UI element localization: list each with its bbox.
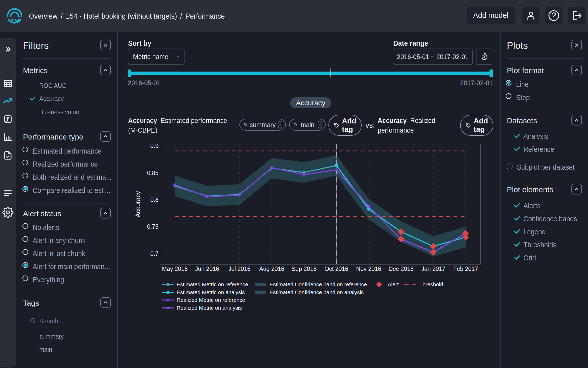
svg-text:Dec 2016: Dec 2016	[388, 266, 413, 272]
svg-text:Sep 2016: Sep 2016	[291, 266, 316, 272]
svg-text:Estimated Confidence band on a: Estimated Confidence band on analysis	[270, 289, 364, 295]
svg-text:Alert: Alert	[388, 281, 399, 287]
svg-text:Estimated Confidence band on r: Estimated Confidence band on reference	[270, 281, 367, 287]
svg-text:0.9: 0.9	[150, 143, 158, 149]
svg-text:0.7: 0.7	[150, 250, 158, 257]
svg-text:Realized Metric on analysis: Realized Metric on analysis	[177, 305, 242, 311]
svg-text:0.8: 0.8	[150, 197, 158, 203]
svg-text:Jan 2017: Jan 2017	[421, 266, 446, 272]
svg-text:Jun 2016: Jun 2016	[195, 266, 219, 272]
svg-text:Aug 2016: Aug 2016	[259, 266, 284, 272]
svg-text:Estimated Metric on analysis: Estimated Metric on analysis	[177, 289, 245, 295]
svg-text:Threshold: Threshold	[419, 281, 443, 287]
svg-text:May 2016: May 2016	[162, 266, 188, 272]
svg-text:Feb 2017: Feb 2017	[453, 266, 478, 272]
svg-text:Oct 2016: Oct 2016	[324, 266, 348, 272]
svg-text:Jul 2016: Jul 2016	[228, 266, 251, 272]
svg-text:0.75: 0.75	[147, 223, 158, 230]
svg-text:0.85: 0.85	[147, 170, 158, 176]
svg-text:Accuracy: Accuracy	[134, 191, 141, 217]
svg-text:Nov 2016: Nov 2016	[356, 266, 381, 272]
svg-text:Realized Metric on reference: Realized Metric on reference	[177, 297, 245, 303]
svg-text:Estimated Metric on reference: Estimated Metric on reference	[177, 281, 248, 287]
